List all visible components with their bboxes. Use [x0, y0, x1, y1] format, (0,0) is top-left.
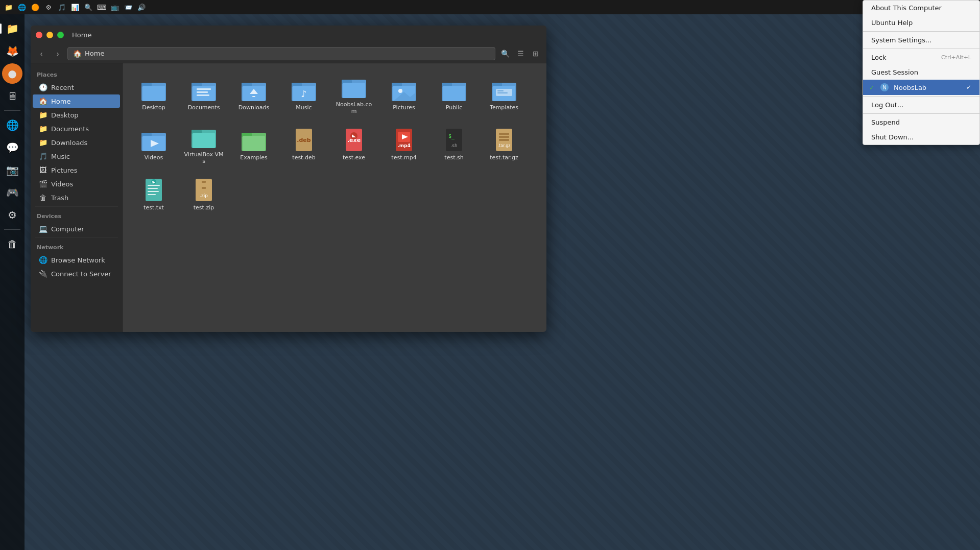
mp4-file-icon: .mp4 [392, 128, 416, 152]
svg-point-24 [398, 89, 402, 93]
menu-item-about[interactable]: About This Computer [863, 1, 979, 15]
taskbar-vol-icon[interactable]: 🔊 [136, 2, 147, 13]
sidebar-item-documents[interactable]: 📁 Documents [33, 122, 120, 135]
file-item-desktop[interactable]: Desktop [131, 71, 177, 117]
taskbar-files-icon[interactable]: 📁 [3, 2, 14, 13]
dock-item-trash[interactable]: 🗑 [2, 234, 22, 254]
file-item-examples[interactable]: Examples [231, 122, 277, 168]
taskbar-app3-icon[interactable]: 🎵 [56, 2, 67, 13]
grid-view-button[interactable]: ⊞ [529, 47, 542, 60]
sidebar-item-connect-to-server[interactable]: 🔌 Connect to Server [33, 267, 120, 280]
file-item-downloads[interactable]: Downloads [231, 71, 277, 117]
sidebar-item-music[interactable]: 🎵 Music [33, 150, 120, 163]
svg-rect-34 [497, 92, 508, 93]
sidebar-item-music-label: Music [51, 153, 70, 160]
menu-item-guest[interactable]: Guest Session [863, 65, 979, 80]
menu-item-suspend[interactable]: Suspend [863, 115, 979, 130]
sidebar-item-home[interactable]: 🏠 Home [33, 94, 120, 108]
file-name-public: Public [446, 104, 463, 111]
taskbar-app2-icon[interactable]: ⚙ [43, 2, 54, 13]
file-item-virtualbox[interactable]: VirtualBox VMs [181, 122, 227, 168]
sidebar-item-connect-server-label: Connect to Server [51, 270, 111, 278]
pictures-folder-icon [392, 78, 416, 102]
dock-item-files[interactable]: 📁 [2, 18, 22, 39]
dock-item-app6[interactable]: 🎮 [2, 182, 22, 203]
sidebar-item-desktop[interactable]: 📁 Desktop [33, 108, 120, 122]
window-body: Places 🕐 Recent 🏠 Home 📁 Desktop 📁 Docum… [31, 63, 546, 332]
svg-rect-44 [243, 136, 265, 151]
file-item-test-tar-gz[interactable]: .tar.gz test.tar.gz [481, 122, 527, 168]
svg-rect-72 [202, 184, 206, 186]
taskbar-app8-icon[interactable]: 📨 [123, 2, 134, 13]
dock-item-app2[interactable]: 🖥 [2, 86, 22, 106]
sidebar-item-trash[interactable]: 🗑 Trash [33, 191, 120, 204]
svg-text:.mp4: .mp4 [397, 143, 411, 148]
menu-separator-1 [863, 31, 979, 32]
sidebar-item-pictures[interactable]: 🖼 Pictures [33, 163, 120, 177]
sh-file-icon: .sh$_ [442, 128, 466, 152]
svg-rect-71 [202, 181, 206, 183]
file-item-test-zip[interactable]: .zip test.zip [181, 172, 227, 218]
file-item-noobslab[interactable]: NoobsLab.com [331, 71, 377, 117]
file-item-music[interactable]: ♪ Music [281, 71, 327, 117]
menu-item-logout[interactable]: Log Out... [863, 98, 979, 112]
file-item-public[interactable]: Public [431, 71, 477, 117]
file-item-documents[interactable]: Documents [181, 71, 227, 117]
menu-item-shutdown[interactable]: Shut Down... [863, 130, 979, 145]
taskbar-app7-icon[interactable]: 📺 [109, 2, 121, 13]
dock-item-app1[interactable]: ● [2, 63, 22, 84]
file-item-test-txt[interactable]: test.txt [131, 172, 177, 218]
forward-button[interactable]: › [51, 47, 64, 60]
taskbar-app4-icon[interactable]: 📊 [69, 2, 81, 13]
svg-rect-62 [499, 139, 509, 141]
sidebar-item-videos[interactable]: 🎬 Videos [33, 177, 120, 190]
taskbar-app6-icon[interactable]: ⌨ [96, 2, 107, 13]
documents-folder-icon [192, 78, 216, 102]
sidebar-divider1 [35, 206, 118, 207]
file-item-pictures[interactable]: Pictures [381, 71, 427, 117]
svg-rect-66 [148, 191, 159, 192]
file-item-test-mp4[interactable]: .mp4 test.mp4 [381, 122, 427, 168]
file-manager-window: Home ‹ › 🏠 Home 🔍 ☰ ⊞ Places 🕐 Recent 🏠 … [31, 26, 546, 332]
list-view-button[interactable]: ☰ [514, 47, 527, 60]
menu-item-lock[interactable]: Lock Ctrl+Alt+L [863, 50, 979, 65]
menu-separator-2 [863, 49, 979, 49]
dock-item-firefox[interactable]: 🦊 [2, 41, 22, 61]
svg-text:$_: $_ [448, 133, 455, 139]
taskbar-app1-icon[interactable]: 🟠 [30, 2, 41, 13]
file-name-music: Music [296, 104, 312, 111]
dock-item-app4[interactable]: 💬 [2, 137, 22, 158]
location-bar[interactable]: 🏠 Home [67, 47, 495, 60]
file-name-examples: Examples [240, 154, 267, 161]
home-folder-icon: 🏠 [39, 97, 47, 105]
sidebar-item-recent[interactable]: 🕐 Recent [33, 81, 120, 94]
file-name-test-sh: test.sh [444, 154, 463, 161]
menu-item-noobslab[interactable]: ✓ N NoobsLab ✓ [863, 80, 979, 95]
sidebar-item-browse-network[interactable]: 🌐 Browse Network [33, 253, 120, 267]
taskbar-app5-icon[interactable]: 🔍 [83, 2, 94, 13]
file-item-test-sh[interactable]: .sh$_ test.sh [431, 122, 477, 168]
file-item-videos[interactable]: Videos [131, 122, 177, 168]
dock-item-app3[interactable]: 🌐 [2, 115, 22, 135]
window-close-button[interactable] [36, 32, 42, 38]
templates-folder-icon [492, 78, 516, 102]
dock-item-app7[interactable]: ⚙ [2, 205, 22, 225]
file-item-test-exe[interactable]: .exe test.exe [331, 122, 377, 168]
shutdown-label: Shut Down... [871, 133, 914, 141]
window-minimize-button[interactable] [46, 32, 53, 38]
taskbar: 📁 🌐 🟠 ⚙ 🎵 📊 🔍 ⌨ 📺 📨 🔊 11:29 PM NoobsLab [0, 0, 980, 14]
sidebar-item-downloads[interactable]: 📁 Downloads [33, 136, 120, 149]
window-maximize-button[interactable] [57, 32, 64, 38]
dock-item-app5[interactable]: 📷 [2, 160, 22, 180]
window-titlebar: Home [31, 26, 546, 44]
file-item-templates[interactable]: Templates [481, 71, 527, 117]
menu-item-help[interactable]: Ubuntu Help [863, 15, 979, 30]
menu-item-settings[interactable]: System Settings... [863, 33, 979, 47]
back-button[interactable]: ‹ [35, 47, 48, 60]
sidebar-item-pictures-label: Pictures [51, 166, 77, 174]
file-item-test-deb[interactable]: .deb test.deb [281, 122, 327, 168]
sidebar-item-computer[interactable]: 💻 Computer [33, 222, 120, 235]
search-button[interactable]: 🔍 [498, 47, 512, 60]
svg-rect-61 [499, 136, 509, 138]
taskbar-firefox-icon[interactable]: 🌐 [16, 2, 28, 13]
